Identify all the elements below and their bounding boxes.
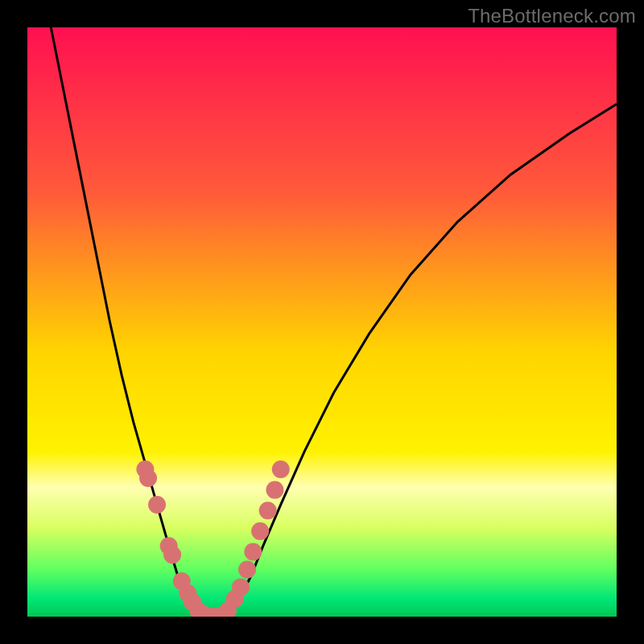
chart-container: TheBottleneck.com: [0, 0, 644, 644]
bottleneck-chart: [27, 27, 617, 617]
data-marker: [244, 543, 262, 560]
data-marker: [163, 546, 181, 564]
data-marker: [232, 578, 250, 596]
data-marker: [259, 502, 277, 519]
watermark-text: TheBottleneck.com: [468, 5, 636, 27]
gradient-background: [27, 27, 617, 617]
data-marker: [238, 560, 256, 578]
data-marker: [266, 481, 283, 499]
data-marker: [251, 522, 269, 540]
data-marker: [139, 469, 157, 487]
data-marker: [272, 460, 290, 478]
plot-area: [27, 27, 617, 617]
data-marker: [148, 496, 166, 514]
